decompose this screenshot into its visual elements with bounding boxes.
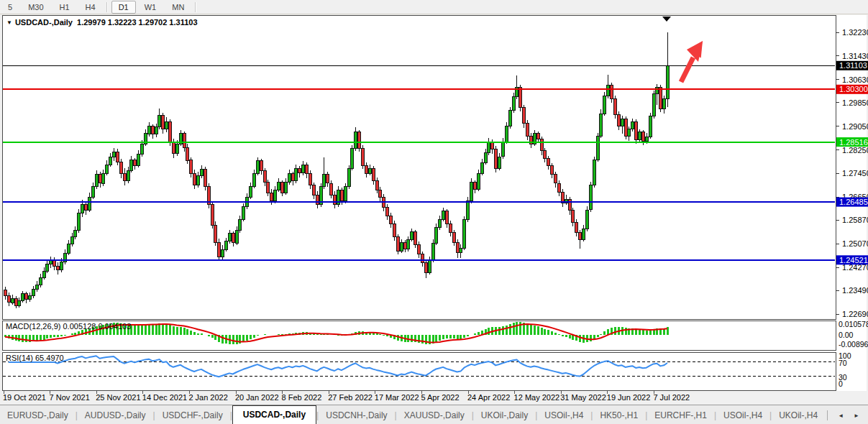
svg-text:70: 70 <box>839 359 847 367</box>
rsi-name: RSI(14) <box>6 354 33 362</box>
toolbar-separator <box>195 2 196 12</box>
date-label: 25 Nov 2021 <box>96 393 140 402</box>
timeframe-button-W1[interactable]: W1 <box>137 1 164 14</box>
macd-indicator-label: MACD(12,26,9) 0.005128 0.004103 <box>6 322 131 331</box>
price-badge: 1.28516 <box>836 137 868 147</box>
date-label: 27 Feb 2022 <box>328 393 373 402</box>
tab-hk50-h1[interactable]: HK50-,H1 <box>593 407 645 424</box>
svg-text:-0.00896: -0.00896 <box>839 340 868 349</box>
timeframe-button-M30[interactable]: M30 <box>21 1 50 14</box>
price-badge: 1.30300 <box>836 85 868 94</box>
tab-usdcad-daily[interactable]: USDCAD-,Daily <box>232 405 316 424</box>
svg-text:1.23490: 1.23490 <box>842 286 868 295</box>
date-label: 17 Mar 2022 <box>375 393 419 402</box>
tab-scroll-right-icon[interactable]: ► <box>854 413 859 419</box>
svg-text:1.32230: 1.32230 <box>842 28 868 37</box>
tab-eurchf-h1[interactable]: EURCHF-,H1 <box>647 407 714 424</box>
svg-text:1.24521: 1.24521 <box>839 256 868 264</box>
date-label: 5 Apr 2022 <box>421 393 459 402</box>
svg-text:1.31430: 1.31430 <box>842 52 868 60</box>
tab-usdchf-daily[interactable]: USDCHF-,Daily <box>155 407 230 424</box>
date-label: 24 Apr 2022 <box>467 393 510 402</box>
tab-audusd-daily[interactable]: AUDUSD-,Daily <box>78 407 153 424</box>
tab-scroll-left-icon[interactable]: ◄ <box>838 413 844 419</box>
tab-usoil-h4[interactable]: USOil-,H4 <box>537 407 590 424</box>
timeframe-button-5[interactable]: 5 <box>1 1 19 14</box>
svg-text:1.29850: 1.29850 <box>842 98 868 107</box>
svg-text:1.28250: 1.28250 <box>842 146 868 155</box>
macd-main-value: 0.005128 <box>63 322 96 331</box>
time-axis: 19 Oct 20217 Nov 202125 Nov 202114 Dec 2… <box>3 391 690 402</box>
chart-title: ▼USDCAD-,Daily 1.299791.322231.297021.31… <box>6 18 200 27</box>
symbol-dropdown-icon[interactable]: ▼ <box>6 19 12 26</box>
svg-text:1.27450: 1.27450 <box>842 169 868 178</box>
mt4-terminal: { "toolbar":{"timeframes":["5","M30","H1… <box>0 0 868 424</box>
date-label: 12 May 2022 <box>514 393 560 402</box>
tab-scroll-controls: ◄► <box>827 410 868 424</box>
chart-symbol: USDCAD-,Daily <box>15 18 73 27</box>
chart-canvas[interactable]: 1.322301.314301.306301.298501.290501.282… <box>0 14 868 405</box>
date-label: 7 Nov 2021 <box>50 393 90 402</box>
macd-signal-value: 0.004103 <box>98 322 131 331</box>
ohlc-close: 1.31103 <box>169 18 197 27</box>
svg-text:0.00: 0.00 <box>839 331 854 339</box>
svg-text:1.26485: 1.26485 <box>839 198 868 206</box>
price-badge: 1.31103 <box>836 61 868 70</box>
date-label: 19 Jun 2022 <box>607 393 651 402</box>
date-label: 14 Dec 2021 <box>142 393 187 402</box>
svg-text:1.25070: 1.25070 <box>842 239 868 248</box>
tab-usdcnh-daily[interactable]: USDCNH-,Daily <box>319 407 394 424</box>
timeframe-button-D1[interactable]: D1 <box>111 1 136 14</box>
svg-text:1.28516: 1.28516 <box>839 138 868 147</box>
tab-separator <box>827 410 828 420</box>
price-badge: 1.24521 <box>836 255 868 264</box>
timeframe-button-MN[interactable]: MN <box>165 1 191 14</box>
ohlc-low: 1.29702 <box>139 18 168 27</box>
tab-ukoil-daily[interactable]: UKOil-,Daily <box>474 407 535 424</box>
tab-usoil-h4[interactable]: USOil-,H4 <box>716 407 769 424</box>
svg-text:1.30300: 1.30300 <box>839 85 868 93</box>
date-label: 31 May 2022 <box>560 393 606 402</box>
timeframe-button-H1[interactable]: H1 <box>52 1 77 14</box>
svg-text:0: 0 <box>839 379 843 388</box>
date-label: 19 Oct 2021 <box>3 393 46 402</box>
rsi-value: 65.4970 <box>35 354 64 362</box>
date-label: 8 Feb 2022 <box>282 393 322 402</box>
svg-text:0.010578: 0.010578 <box>839 320 868 328</box>
toolbar-separator <box>106 2 108 12</box>
date-label: 7 Jul 2022 <box>653 393 690 402</box>
tab-xauusd-daily[interactable]: XAUUSD-,Daily <box>397 407 472 424</box>
svg-text:1.25870: 1.25870 <box>842 216 868 224</box>
timeframe-toolbar: 5M30H1H4D1W1MN <box>0 0 868 14</box>
chart-tab-bar: EURUSD-,Daily|AUDUSD-,Daily|USDCHF-,Dail… <box>0 405 868 424</box>
svg-text:1.31103: 1.31103 <box>839 61 867 70</box>
svg-text:1.30630: 1.30630 <box>842 75 868 84</box>
svg-text:1.29050: 1.29050 <box>842 122 868 131</box>
ohlc-high: 1.32223 <box>108 18 137 27</box>
date-label: 20 Jan 2022 <box>235 393 279 402</box>
price-badge: 1.26485 <box>836 198 868 207</box>
macd-name: MACD(12,26,9) <box>6 322 60 331</box>
tab-ukoil-h4[interactable]: UKOil-,H4 <box>772 407 825 424</box>
ohlc-open: 1.29979 <box>77 18 106 27</box>
tab-eurusd-daily[interactable]: EURUSD-,Daily <box>0 407 76 424</box>
svg-text:1.22690: 1.22690 <box>842 310 868 318</box>
rsi-indicator-label: RSI(14) 65.4970 <box>6 354 64 362</box>
timeframe-button-H4[interactable]: H4 <box>78 1 103 14</box>
chart-window[interactable]: 1.322301.314301.306301.298501.290501.282… <box>0 14 868 405</box>
date-label: 2 Jan 2022 <box>188 393 227 402</box>
